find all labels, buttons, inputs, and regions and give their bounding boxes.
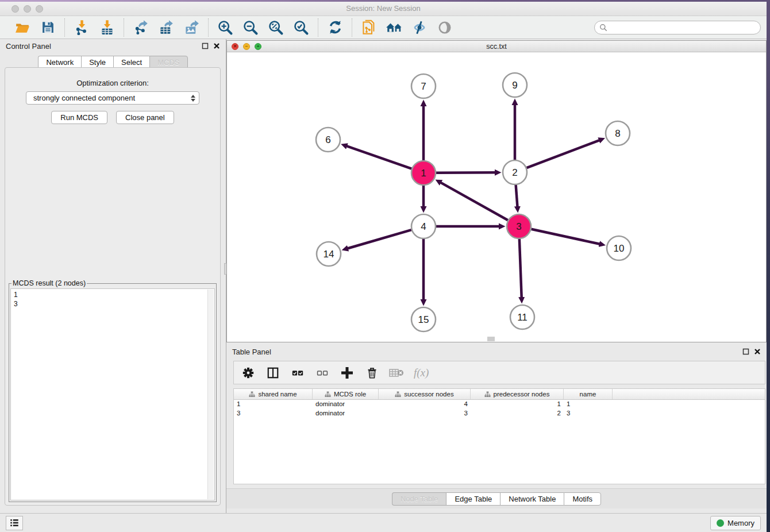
graph-node-1[interactable]: 1 bbox=[411, 161, 436, 185]
zoom-fit-button[interactable] bbox=[267, 19, 284, 36]
network-graph: 7968124314101511 bbox=[227, 52, 759, 342]
criterion-dropdown[interactable]: strongly connected component bbox=[26, 91, 199, 105]
svg-text:10: 10 bbox=[614, 243, 625, 254]
open-session-button[interactable] bbox=[14, 19, 31, 36]
close-panel-button[interactable]: Close panel bbox=[116, 111, 174, 124]
graph-node-7[interactable]: 7 bbox=[411, 74, 436, 98]
export-network-button[interactable] bbox=[132, 19, 149, 36]
control-panel-title: Control Panel bbox=[6, 42, 202, 51]
graph-node-10[interactable]: 10 bbox=[607, 236, 631, 260]
column-header-successor-nodes[interactable]: successor nodes bbox=[379, 389, 471, 399]
function-builder-button[interactable]: f(x) bbox=[414, 365, 429, 380]
columns-icon bbox=[267, 367, 279, 379]
network-canvas[interactable]: 7968124314101511 bbox=[227, 52, 766, 342]
delete-column-button[interactable] bbox=[389, 365, 404, 380]
refresh-layout-button[interactable] bbox=[326, 19, 344, 36]
hide-graphics-details-button[interactable] bbox=[411, 19, 428, 36]
zoom-selected-button[interactable] bbox=[292, 19, 310, 36]
float-panel-icon[interactable] bbox=[742, 348, 749, 355]
mcds-result-list[interactable]: 1 3 bbox=[10, 288, 215, 500]
mcds-result-line: 3 bbox=[14, 299, 211, 309]
column-header-predecessor-nodes[interactable]: predecessor nodes bbox=[471, 389, 564, 399]
graph-edge-4-14[interactable] bbox=[348, 230, 411, 248]
graph-node-8[interactable]: 8 bbox=[606, 121, 630, 145]
graph-node-3[interactable]: 3 bbox=[507, 214, 531, 238]
table-panel-title: Table Panel bbox=[232, 348, 742, 356]
cell-mcds-role[interactable]: dominator bbox=[313, 409, 379, 418]
zoom-in-button[interactable] bbox=[217, 19, 234, 36]
table-row[interactable]: 3 dominator 3 2 3 bbox=[234, 409, 765, 418]
select-all-button[interactable] bbox=[290, 365, 305, 380]
network-window-title: scc.txt bbox=[227, 43, 766, 51]
export-table-button[interactable] bbox=[157, 19, 175, 36]
close-panel-icon[interactable] bbox=[213, 43, 220, 49]
table-row[interactable]: 1 dominator 4 1 1 bbox=[234, 400, 765, 409]
graph-edge-3-1[interactable] bbox=[441, 183, 508, 221]
memory-button[interactable]: Memory bbox=[710, 516, 761, 530]
task-history-button[interactable] bbox=[6, 516, 23, 530]
search-icon bbox=[599, 24, 607, 32]
cell-predecessor-nodes[interactable]: 2 bbox=[471, 409, 564, 418]
open-network-document-button[interactable] bbox=[360, 19, 378, 36]
column-header-mcds-role[interactable]: MCDS role bbox=[313, 389, 379, 399]
table-settings-button[interactable] bbox=[241, 365, 256, 380]
export-image-icon bbox=[184, 20, 199, 35]
graph-node-14[interactable]: 14 bbox=[317, 242, 341, 266]
graph-node-15[interactable]: 15 bbox=[411, 307, 436, 331]
show-column-panel-button[interactable] bbox=[265, 365, 280, 380]
cell-predecessor-nodes[interactable]: 1 bbox=[471, 400, 564, 409]
graph-edge-3-11[interactable] bbox=[519, 239, 522, 298]
column-label: name bbox=[580, 391, 596, 398]
graph-node-11[interactable]: 11 bbox=[510, 305, 534, 329]
column-type-icon bbox=[249, 391, 255, 398]
search-field[interactable] bbox=[594, 21, 761, 34]
export-image-button[interactable] bbox=[183, 19, 200, 36]
delete-row-button[interactable] bbox=[364, 365, 379, 380]
cell-successor-nodes[interactable]: 4 bbox=[379, 400, 471, 409]
cell-shared-name[interactable]: 1 bbox=[234, 400, 313, 409]
svg-text:1: 1 bbox=[421, 168, 426, 179]
graph-edge-1-2[interactable] bbox=[436, 172, 495, 173]
show-all-networks-button[interactable] bbox=[386, 19, 403, 36]
window-titlebar: Session: New Session bbox=[0, 2, 767, 16]
unselect-all-button[interactable] bbox=[315, 365, 330, 380]
export-network-icon bbox=[133, 20, 149, 35]
close-panel-icon[interactable] bbox=[754, 348, 761, 355]
graph-node-6[interactable]: 6 bbox=[316, 128, 340, 152]
graph-edge-1-6[interactable] bbox=[346, 146, 411, 169]
network-window-titlebar: ✕ − + scc.txt bbox=[227, 41, 766, 52]
cell-mcds-role[interactable]: dominator bbox=[313, 400, 379, 409]
plus-icon bbox=[340, 366, 354, 380]
show-graphics-details-button[interactable] bbox=[436, 19, 453, 36]
tab-edge-table[interactable]: Edge Table bbox=[446, 492, 500, 506]
float-panel-icon[interactable] bbox=[202, 43, 209, 49]
cell-name[interactable]: 1 bbox=[564, 400, 613, 409]
save-session-button[interactable] bbox=[39, 19, 56, 36]
import-network-button[interactable] bbox=[73, 19, 90, 36]
mcds-result-line: 1 bbox=[14, 290, 211, 299]
tab-node-table[interactable]: Node Table bbox=[392, 492, 446, 506]
result-scrollbar[interactable] bbox=[207, 290, 214, 499]
canvas-resize-handle[interactable] bbox=[487, 337, 495, 341]
cell-name[interactable]: 3 bbox=[564, 409, 613, 418]
graph-node-9[interactable]: 9 bbox=[503, 73, 527, 97]
mcds-tab-content: Optimization criterion: strongly connect… bbox=[5, 67, 221, 506]
column-header-name[interactable]: name bbox=[564, 389, 613, 399]
tab-motifs[interactable]: Motifs bbox=[564, 492, 601, 506]
graph-edge-3-10[interactable] bbox=[531, 229, 599, 244]
search-input[interactable] bbox=[607, 24, 760, 32]
zoom-out-icon bbox=[242, 20, 259, 36]
graph-node-2[interactable]: 2 bbox=[503, 160, 527, 184]
cell-shared-name[interactable]: 3 bbox=[234, 409, 313, 418]
graph-edge-2-8[interactable] bbox=[527, 140, 600, 168]
import-table-button[interactable] bbox=[98, 19, 116, 36]
run-mcds-button[interactable]: Run MCDS bbox=[51, 111, 107, 124]
cell-successor-nodes[interactable]: 3 bbox=[379, 409, 471, 418]
add-row-button[interactable] bbox=[340, 365, 355, 380]
graph-edge-2-3[interactable] bbox=[516, 185, 518, 207]
zoom-out-button[interactable] bbox=[242, 19, 259, 36]
tab-network-table[interactable]: Network Table bbox=[500, 492, 564, 506]
export-table-icon bbox=[159, 20, 174, 35]
column-header-shared-name[interactable]: shared name bbox=[234, 389, 313, 399]
graph-node-4[interactable]: 4 bbox=[411, 214, 436, 238]
